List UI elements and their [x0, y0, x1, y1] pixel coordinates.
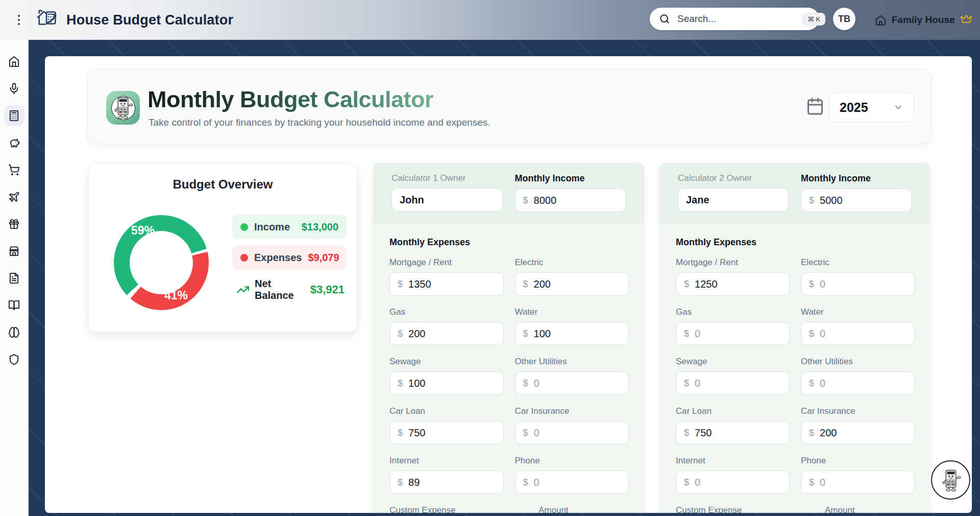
expense-label: Phone: [515, 456, 629, 466]
trending-up-icon: [236, 283, 250, 296]
expense-input[interactable]: [534, 378, 621, 389]
expense-label: Internet: [676, 456, 790, 466]
dollar-prefix: $: [809, 477, 814, 488]
sidebar-item-security[interactable]: [4, 349, 24, 369]
expense-field: Sewage$: [676, 357, 790, 395]
owner-input-box: [678, 188, 789, 212]
owner-input[interactable]: [400, 194, 495, 206]
expense-input[interactable]: [695, 427, 781, 439]
search-box[interactable]: ⌘ K: [650, 8, 819, 30]
expense-field: Car Loan$: [389, 406, 504, 444]
mascot-assistant-button[interactable]: [931, 460, 970, 500]
sidebar-item-voice[interactable]: [4, 78, 24, 99]
expense-input[interactable]: [820, 328, 906, 340]
year-select-value: 2025: [840, 100, 868, 115]
calculator-mascot-icon: [941, 468, 961, 492]
donut-expenses-percent: 41%: [164, 289, 188, 302]
expense-input[interactable]: [408, 378, 495, 389]
sidebar-item-shop[interactable]: [4, 241, 24, 261]
hero-card: Monthly Budget Calculator Take control o…: [87, 69, 932, 144]
expense-input-box: $: [389, 371, 504, 395]
expense-input[interactable]: [820, 278, 906, 290]
custom-expense-label: Custom Expense: [676, 505, 818, 513]
monthly-income-input[interactable]: [534, 195, 618, 206]
dollar-prefix: $: [809, 329, 814, 339]
app-title: House Budget Calculator: [66, 12, 233, 28]
search-input[interactable]: [677, 13, 802, 25]
kebab-menu-icon[interactable]: [14, 0, 23, 40]
dollar-prefix: $: [523, 428, 528, 438]
expense-input[interactable]: [820, 427, 906, 439]
monthly-expenses-title: Monthly Expenses: [389, 237, 629, 248]
expense-input[interactable]: [695, 477, 781, 488]
expense-input[interactable]: [820, 477, 906, 488]
income-input-box: $: [801, 189, 912, 212]
dollar-prefix: $: [809, 428, 814, 438]
expenses-value: $9,079: [308, 252, 339, 264]
hero-app-icon: [106, 91, 140, 125]
expense-field: Other Utilities$: [515, 357, 629, 395]
expense-label: Internet: [389, 456, 504, 466]
year-select[interactable]: 2025: [829, 92, 914, 122]
expense-input-box: $: [676, 471, 790, 494]
sidebar-item-insights[interactable]: [4, 322, 24, 342]
dollar-prefix: $: [523, 195, 528, 206]
expense-label: Other Utilities: [515, 357, 629, 367]
monthly-income-input[interactable]: [820, 195, 903, 206]
expense-input[interactable]: [408, 477, 495, 488]
sidebar-item-home[interactable]: [4, 51, 24, 72]
calculator-2-header: Calculator 2 Owner Monthly Income $: [659, 162, 930, 223]
expense-label: Water: [801, 307, 915, 317]
expense-input[interactable]: [534, 427, 621, 439]
expenses-label: Expenses: [254, 252, 302, 264]
expense-field: Phone$: [515, 456, 629, 494]
expense-input-box: $: [801, 371, 915, 395]
expense-label: Mortgage / Rent: [676, 257, 790, 268]
budget-overview-card: Budget Overview 59% 41% Income $13,000 E…: [88, 163, 357, 332]
sidebar-item-library[interactable]: [4, 295, 24, 315]
expense-input-box: $: [515, 471, 629, 494]
expense-input[interactable]: [408, 328, 495, 340]
income-dot-icon: [240, 223, 248, 231]
sidebar-item-gifts[interactable]: [4, 214, 24, 234]
expense-input-box: $: [676, 371, 790, 395]
dollar-prefix: $: [398, 329, 403, 339]
income-label: Income: [254, 221, 290, 233]
owner-input[interactable]: [686, 194, 780, 206]
user-avatar[interactable]: TB: [833, 8, 855, 30]
top-header: House Budget Calculator ⌘ K TB Family Ho…: [0, 0, 980, 40]
legend-expenses-row: Expenses $9,079: [232, 245, 347, 270]
sidebar-item-calculator[interactable]: [4, 105, 24, 126]
expense-input-box: $: [676, 322, 790, 345]
sidebar-item-shopping[interactable]: [4, 159, 24, 180]
expense-input[interactable]: [820, 378, 906, 389]
expense-input[interactable]: [534, 278, 621, 290]
store-icon: [8, 245, 20, 257]
expense-input[interactable]: [695, 278, 781, 290]
expense-input[interactable]: [695, 378, 781, 389]
workspace-switcher[interactable]: Family House: [875, 0, 972, 40]
expense-input[interactable]: [695, 328, 781, 340]
home-icon: [8, 56, 20, 67]
budget-donut-chart[interactable]: 59% 41%: [114, 215, 209, 310]
sidebar-item-documents[interactable]: [4, 268, 24, 288]
dollar-prefix: $: [809, 378, 814, 389]
dollar-prefix: $: [398, 378, 403, 389]
expense-input-box: $: [515, 272, 629, 296]
expense-field: Internet$: [676, 456, 790, 494]
dollar-prefix: $: [684, 378, 689, 389]
sidebar-item-savings[interactable]: [4, 132, 24, 153]
expense-input-box: $: [389, 322, 504, 345]
dollar-prefix: $: [523, 329, 528, 339]
expense-field: Other Utilities$: [801, 357, 915, 395]
dollar-prefix: $: [809, 195, 814, 206]
expense-input[interactable]: [534, 328, 621, 340]
chevron-down-icon: [893, 102, 903, 112]
expense-field: Water$: [515, 307, 629, 345]
expense-input[interactable]: [534, 477, 621, 488]
expense-field: Mortgage / Rent$: [389, 257, 504, 296]
expense-input[interactable]: [408, 278, 495, 290]
expense-label: Sewage: [676, 357, 790, 367]
sidebar-item-travel[interactable]: [4, 186, 24, 207]
expense-input[interactable]: [408, 427, 495, 439]
